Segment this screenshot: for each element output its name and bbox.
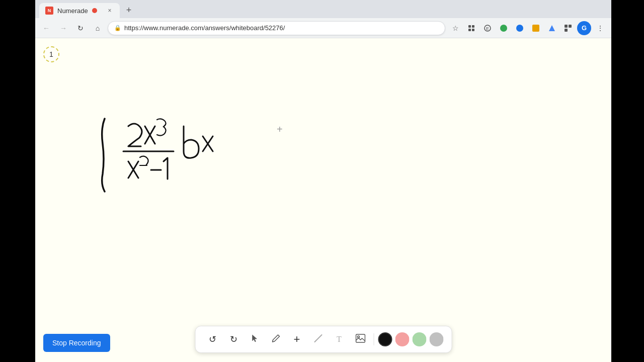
- color-gray[interactable]: [429, 332, 443, 346]
- back-button[interactable]: ←: [39, 21, 53, 35]
- tab-favicon: N: [45, 7, 53, 15]
- stop-recording-button[interactable]: Stop Recording: [43, 334, 110, 352]
- svg-rect-0: [468, 25, 471, 28]
- text-icon: T: [337, 335, 342, 344]
- pen-tool-button[interactable]: [267, 330, 285, 348]
- svg-rect-1: [472, 25, 474, 28]
- line-tool-button[interactable]: [309, 330, 327, 348]
- forward-icon: →: [60, 24, 67, 32]
- home-button[interactable]: ⌂: [91, 21, 105, 35]
- browser-ext5[interactable]: [545, 21, 559, 35]
- redo-icon: ↻: [230, 334, 237, 345]
- math-formula-svg: [86, 99, 247, 199]
- color-black[interactable]: [378, 332, 392, 346]
- page-number: 1: [49, 50, 53, 58]
- black-bar-right: [611, 0, 644, 362]
- lock-icon: 🔒: [114, 25, 121, 31]
- bottom-toolbar: ↺ ↻ +: [195, 326, 452, 353]
- image-icon: [355, 334, 365, 345]
- text-tool-button[interactable]: T: [330, 330, 348, 348]
- browser-ext4[interactable]: [529, 21, 543, 35]
- home-icon: ⌂: [96, 24, 100, 32]
- add-element-button[interactable]: +: [288, 330, 306, 348]
- refresh-icon: ↻: [77, 24, 84, 32]
- image-tool-button[interactable]: [351, 330, 369, 348]
- svg-text:E: E: [486, 26, 489, 31]
- tab-close-button[interactable]: ×: [106, 7, 114, 15]
- browser-ext3[interactable]: [513, 21, 527, 35]
- page-indicator: 1: [43, 46, 59, 62]
- svg-rect-15: [356, 334, 365, 342]
- svg-rect-11: [565, 29, 568, 32]
- browser-window: N Numerade × + ← → ↻ ⌂ 🔒 https://www.num…: [35, 0, 611, 362]
- tab-recording-dot: [92, 8, 97, 13]
- svg-rect-10: [569, 25, 572, 28]
- whiteboard-add-button[interactable]: +: [277, 124, 283, 135]
- forward-button[interactable]: →: [56, 21, 70, 35]
- browser-ext1[interactable]: E: [480, 21, 495, 35]
- svg-point-7: [516, 25, 523, 32]
- profile-button[interactable]: G: [577, 21, 591, 35]
- tab-bar: N Numerade × +: [35, 0, 611, 18]
- undo-button[interactable]: ↺: [203, 330, 221, 348]
- svg-rect-8: [532, 25, 539, 32]
- new-tab-button[interactable]: +: [122, 3, 136, 17]
- svg-point-6: [500, 25, 507, 32]
- color-green[interactable]: [412, 332, 426, 346]
- pen-icon: [271, 334, 280, 345]
- select-tool-button[interactable]: [246, 330, 264, 348]
- extensions-button[interactable]: [464, 21, 478, 35]
- browser-ext6[interactable]: [561, 21, 575, 35]
- refresh-button[interactable]: ↻: [73, 21, 88, 35]
- tab-title: Numerade: [57, 7, 88, 15]
- url-text: https://www.numerade.com/answers/whitebo…: [124, 24, 285, 32]
- line-icon: [313, 334, 323, 345]
- redo-button[interactable]: ↻: [224, 330, 243, 348]
- whiteboard-canvas[interactable]: 1: [35, 38, 611, 362]
- svg-rect-9: [565, 25, 568, 28]
- black-bar-left: [0, 0, 35, 362]
- browser-ext2[interactable]: [497, 21, 511, 35]
- svg-rect-2: [468, 29, 471, 31]
- address-bar: ← → ↻ ⌂ 🔒 https://www.numerade.com/answe…: [35, 18, 611, 38]
- bookmark-button[interactable]: ☆: [448, 21, 462, 35]
- browser-toolbar-right: ☆ E: [448, 21, 607, 35]
- toolbar-divider: [373, 333, 374, 345]
- active-tab[interactable]: N Numerade ×: [39, 3, 120, 18]
- svg-rect-3: [472, 29, 474, 31]
- svg-line-14: [314, 335, 321, 342]
- chrome-menu-button[interactable]: ⋮: [593, 21, 607, 35]
- undo-icon: ↺: [209, 334, 216, 345]
- color-pink[interactable]: [395, 332, 409, 346]
- cursor-icon: [250, 334, 259, 345]
- back-icon: ←: [43, 24, 50, 32]
- stop-recording-label: Stop Recording: [52, 339, 101, 347]
- add-icon: +: [294, 333, 300, 346]
- url-bar[interactable]: 🔒 https://www.numerade.com/answers/white…: [108, 21, 445, 35]
- math-formula-content: [86, 99, 247, 201]
